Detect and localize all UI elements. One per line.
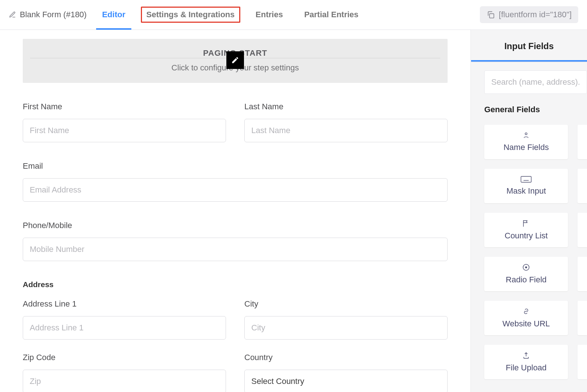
field-card-peek[interactable]: [577, 345, 587, 379]
upload-icon: [522, 351, 530, 359]
card-label: Mask Input: [506, 186, 546, 196]
card-label: Website URL: [503, 319, 550, 329]
country-select[interactable]: Select Country: [244, 370, 448, 392]
field-card-peek[interactable]: [577, 169, 587, 203]
address-section-label: Address: [23, 280, 448, 289]
zip-label: Zip Code: [23, 353, 226, 362]
tab-entries[interactable]: Entries: [250, 0, 289, 30]
city-input[interactable]: [244, 316, 448, 340]
phone-label: Phone/Mobile: [23, 221, 448, 230]
field-card-name-fields[interactable]: Name Fields: [484, 125, 568, 159]
svg-rect-2: [521, 176, 531, 182]
field-card-radio-field[interactable]: Radio Field: [484, 257, 568, 291]
fields-sidebar: Input Fields General Fields Name Fields: [471, 30, 587, 392]
svg-point-1: [525, 133, 527, 135]
field-card-peek[interactable]: [577, 125, 587, 159]
field-card-peek[interactable]: [577, 213, 587, 247]
tab-partial-entries[interactable]: Partial Entries: [298, 0, 364, 30]
country-label: Country: [244, 353, 448, 362]
link-icon: [521, 307, 531, 315]
field-card-peek[interactable]: [577, 257, 587, 291]
card-label: Radio Field: [506, 275, 547, 285]
field-card-peek[interactable]: [577, 301, 587, 335]
form-title: Blank Form (#180): [9, 10, 87, 19]
flag-icon: [522, 219, 530, 227]
tab-settings-integrations[interactable]: Settings & Integrations: [141, 7, 240, 23]
keyboard-icon: [521, 176, 532, 183]
radio-icon: [522, 263, 530, 271]
phone-input[interactable]: [23, 238, 448, 261]
city-label: City: [244, 299, 448, 309]
first-name-label: First Name: [23, 102, 226, 111]
field-card-country-list[interactable]: Country List: [484, 213, 568, 247]
pencil-icon: [231, 56, 239, 64]
country-selected: Select Country: [251, 377, 304, 386]
form-title-text: Blank Form (#180): [20, 10, 87, 19]
shortcode-text: [fluentform id="180"]: [499, 10, 572, 19]
field-card-mask-input[interactable]: Mask Input: [484, 169, 568, 203]
last-name-input[interactable]: [244, 119, 448, 142]
paging-start-block[interactable]: PAGING START Click to configure your ste…: [23, 39, 448, 83]
email-label: Email: [23, 161, 448, 171]
form-canvas: PAGING START Click to configure your ste…: [0, 30, 471, 392]
general-fields-heading: General Fields: [471, 102, 587, 125]
field-card-file-upload[interactable]: File Upload: [484, 345, 568, 379]
address1-input[interactable]: [23, 316, 226, 340]
tab-editor[interactable]: Editor: [96, 0, 131, 30]
copy-icon: [486, 11, 495, 19]
shortcode-pill[interactable]: [fluentform id="180"]: [480, 6, 578, 23]
zip-input[interactable]: [23, 370, 226, 392]
card-label: Name Fields: [503, 143, 548, 152]
svg-point-10: [525, 267, 527, 268]
person-icon: [521, 132, 531, 139]
card-label: File Upload: [506, 363, 547, 373]
field-card-website-url[interactable]: Website URL: [484, 301, 568, 335]
first-name-input[interactable]: [23, 119, 226, 142]
last-name-label: Last Name: [244, 102, 448, 111]
email-input[interactable]: [23, 178, 448, 202]
fields-search-input[interactable]: [484, 70, 587, 94]
sidebar-tab-input-fields[interactable]: Input Fields: [471, 30, 587, 62]
top-bar: Blank Form (#180) Editor Settings & Inte…: [0, 0, 587, 30]
pencil-icon: [9, 11, 16, 18]
address1-label: Address Line 1: [23, 299, 226, 309]
card-label: Country List: [505, 231, 548, 241]
edit-step-button[interactable]: [226, 51, 244, 69]
svg-rect-0: [489, 14, 494, 18]
